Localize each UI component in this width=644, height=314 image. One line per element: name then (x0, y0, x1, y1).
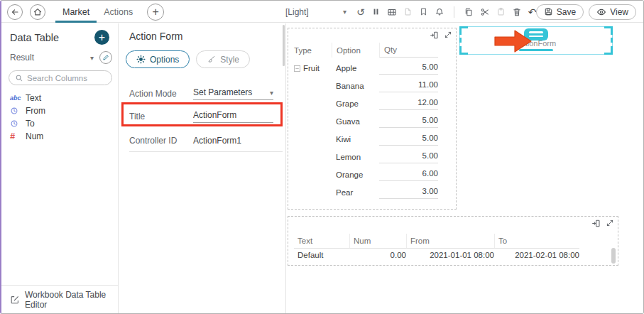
parameter-table-widget[interactable]: Text Num From To Default 0.00 2021-01-01… (288, 216, 618, 266)
copy-icon[interactable] (464, 7, 474, 17)
selection-corner (459, 26, 468, 35)
footer-link-label: Workbook Data Table Editor (25, 290, 118, 310)
toolbar-separator (454, 6, 454, 18)
add-data-table-button[interactable]: + (94, 30, 109, 45)
controller-id-row: Controller ID ActionForm1 (129, 130, 280, 151)
header-option: Option (332, 43, 379, 58)
refresh-icon[interactable]: ↺ (356, 7, 365, 17)
collapse-group-icon[interactable] (294, 65, 300, 72)
text-column-icon: abc (10, 94, 21, 102)
bell-icon[interactable] (435, 7, 444, 17)
undo-icon[interactable]: ↶ (528, 7, 537, 17)
action-mode-dropdown[interactable]: Set Parameters ▾ (193, 87, 273, 100)
column-list: abc Text From To # Num (1, 92, 118, 143)
view-button[interactable]: View (589, 4, 636, 20)
action-mode-row: Action Mode Set Parameters ▾ (129, 83, 280, 104)
column-item-from[interactable]: From (1, 104, 118, 117)
popout-table-icon[interactable] (591, 219, 601, 228)
search-columns-input[interactable] (27, 74, 105, 82)
paste-icon[interactable] (496, 7, 506, 16)
table-row: Banana 11.00 (294, 77, 438, 94)
column-item-num[interactable]: # Num (1, 130, 118, 143)
column-item-to[interactable]: To (1, 117, 118, 130)
controller-id-value: ActionForm1 (193, 136, 273, 146)
table-row: Default 0.00 2021-01-01 08:00 2021-02-01… (294, 251, 579, 259)
gear-icon (136, 55, 146, 64)
pause-icon[interactable] (371, 7, 381, 16)
chevron-down-icon[interactable]: ▾ (90, 54, 94, 62)
tab-options-label: Options (150, 55, 179, 65)
panel-title: Action Form (129, 31, 285, 42)
bookmark-icon[interactable] (419, 7, 428, 16)
column-label: To (26, 119, 35, 129)
popout-table-icon[interactable] (430, 31, 439, 40)
controller-id-label: Controller ID (129, 136, 193, 146)
table-scrollbar-thumb[interactable] (611, 248, 616, 264)
delete-icon[interactable] (512, 7, 522, 17)
workbook-data-table-editor-link[interactable]: Workbook Data Table Editor (1, 285, 118, 313)
data-table-selector[interactable]: Result (10, 53, 90, 63)
search-icon (15, 74, 23, 82)
header-text: Text (294, 234, 349, 248)
title-row: Title (129, 106, 280, 127)
add-dashboard-button[interactable]: + (147, 4, 164, 21)
data-table-sidebar: Data Table + Result ▾ abc Text (1, 23, 119, 313)
action-mode-label: Action Mode (129, 89, 193, 99)
chevron-down-icon: ▾ (270, 89, 273, 97)
title-label: Title (129, 112, 193, 121)
fruit-table-header: Type Option Qty (294, 43, 438, 58)
cut-icon[interactable] (480, 7, 490, 17)
theme-selector-value: [Light] (285, 7, 309, 17)
tab-style[interactable]: Style (196, 50, 250, 68)
back-button[interactable] (7, 4, 23, 20)
properties-panel: Action Form Options Style Action Mode Se… (119, 23, 286, 313)
action-form-widget[interactable]: ActionForm (459, 26, 613, 55)
header-num: Num (349, 234, 406, 248)
section-divider (129, 151, 283, 152)
timeline-icon[interactable] (387, 7, 397, 17)
theme-selector[interactable]: [Light] ▾ (285, 7, 346, 17)
pencil-icon (102, 54, 109, 61)
table-row: Grape 12.00 (294, 95, 438, 112)
table-row: Lemon 5.00 (294, 148, 438, 166)
group-label: Fruit (303, 64, 320, 72)
plus-icon: + (153, 6, 159, 18)
action-form-icon (524, 28, 548, 40)
app-window: Market Actions + [Light] ▾ ↺ (0, 0, 644, 314)
dashboard-canvas: Type Option Qty Fruit Apple 5.00 Banana … (286, 23, 643, 313)
column-label: From (26, 106, 45, 116)
column-label: Text (26, 93, 41, 103)
column-item-text[interactable]: abc Text (1, 92, 118, 104)
table-row: Kiwi 5.00 (294, 131, 438, 148)
title-field (193, 110, 273, 123)
document-icon[interactable] (403, 7, 413, 16)
expand-icon[interactable] (444, 31, 452, 40)
controller-id-field[interactable]: ActionForm1 (193, 136, 273, 146)
tab-market[interactable]: Market (55, 1, 97, 23)
floppy-icon (544, 7, 553, 16)
header-from: From (406, 234, 494, 248)
tab-actions[interactable]: Actions (97, 1, 140, 23)
title-input[interactable] (193, 110, 273, 120)
header-qty: Qty (379, 43, 438, 58)
column-label: Num (26, 131, 43, 141)
action-form-underline (519, 49, 553, 51)
param-table-header: Text Num From To (294, 234, 579, 249)
view-button-label: View (610, 7, 628, 17)
tab-options[interactable]: Options (126, 50, 190, 68)
table-row: Guava 5.00 (294, 113, 438, 130)
clock-icon (10, 119, 21, 128)
panel-scrollbar-thumb[interactable] (283, 25, 285, 66)
header-type: Type (294, 46, 332, 55)
fruit-table-widget[interactable]: Type Option Qty Fruit Apple 5.00 Banana … (288, 28, 457, 210)
home-button[interactable] (30, 4, 45, 20)
clock-icon (10, 107, 21, 115)
save-button[interactable]: Save (536, 4, 584, 20)
dashboard-tabs: Market Actions (55, 1, 140, 23)
numeric-column-icon: # (10, 131, 21, 141)
sidebar-title: Data Table (10, 32, 59, 43)
expand-icon[interactable] (606, 219, 614, 228)
search-columns-box (9, 70, 112, 85)
edit-data-table-button[interactable] (99, 51, 112, 64)
arrow-left-icon (10, 7, 20, 17)
